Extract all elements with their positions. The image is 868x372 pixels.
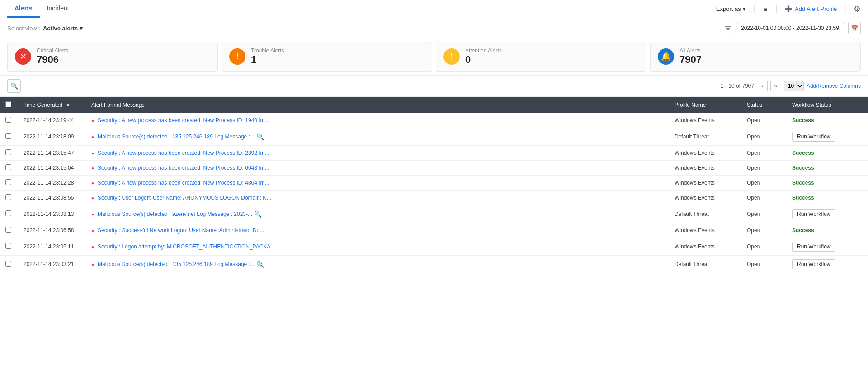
trouble-icon: ! xyxy=(229,48,245,65)
sort-icon: ▼ xyxy=(66,103,71,108)
view-label: Select view : xyxy=(7,25,40,32)
page-info: 1 - 10 of 7907 xyxy=(721,83,754,89)
trouble-value: 1 xyxy=(251,54,284,66)
critical-icon: ✕ xyxy=(15,48,31,65)
row-time: 2022-11-14 23:08:13 xyxy=(18,205,86,223)
export-label: Export as xyxy=(716,5,741,12)
row-checkbox-cell xyxy=(0,161,18,176)
date-range-input[interactable] xyxy=(737,23,845,33)
nav-tabs: Alerts Incident xyxy=(7,0,76,18)
row-profile: Windows Events xyxy=(669,113,741,128)
row-checkbox[interactable] xyxy=(5,243,11,249)
prev-page-button[interactable]: › xyxy=(757,81,768,91)
table-row: 2022-11-14 23:05:11●Security : Logon att… xyxy=(0,238,868,256)
row-message[interactable]: ●Security : Logon attempt by: MICROSOFT_… xyxy=(86,238,669,256)
row-message[interactable]: ●Security : A new process has been creat… xyxy=(86,176,669,191)
table-row: 2022-11-14 23:06:58●Security : Successfu… xyxy=(0,223,868,238)
attention-label: Attention Alerts xyxy=(465,48,502,54)
export-button[interactable]: Export as ▾ xyxy=(716,5,746,12)
row-checkbox[interactable] xyxy=(5,194,11,200)
row-status: Open xyxy=(741,238,787,256)
col-time-label: Time Generated xyxy=(24,102,62,108)
tab-alerts[interactable]: Alerts xyxy=(7,0,40,18)
row-workflow[interactable]: Run Workflow xyxy=(787,238,868,256)
table-header-row: Time Generated ▼ Alert Format Message Pr… xyxy=(0,97,868,113)
row-checkbox[interactable] xyxy=(5,210,11,216)
row-checkbox[interactable] xyxy=(5,164,11,170)
row-time: 2022-11-14 23:06:58 xyxy=(18,223,86,238)
row-checkbox[interactable] xyxy=(5,261,11,267)
row-checkbox[interactable] xyxy=(5,227,11,233)
settings-icon[interactable]: ⚙ xyxy=(854,4,861,14)
table-row: 2022-11-14 23:15:04●Security : A new pro… xyxy=(0,161,868,176)
col-header-workflow: Workflow Status xyxy=(787,97,868,113)
row-time: 2022-11-14 23:05:11 xyxy=(18,238,86,256)
row-workflow: Success xyxy=(787,113,868,128)
row-profile: Windows Events xyxy=(669,223,741,238)
add-alert-profile-button[interactable]: ➕ Add Alert Profile xyxy=(785,5,837,12)
add-remove-columns-button[interactable]: Add/Remove Columns xyxy=(807,83,861,89)
row-message[interactable]: ●Security : A new process has been creat… xyxy=(86,161,669,176)
all-label: All Alerts xyxy=(679,48,702,54)
select-all-header[interactable] xyxy=(0,97,18,113)
calendar-icon[interactable]: 📅 xyxy=(848,22,861,34)
monitor-icon-button[interactable]: 🖥 xyxy=(762,5,768,12)
row-message[interactable]: ●Malicious Source(s) detected : azenv.ne… xyxy=(86,205,669,223)
table-row: 2022-11-14 23:19:44●Security : A new pro… xyxy=(0,113,868,128)
rows-per-page-select[interactable]: 10 25 50 xyxy=(784,81,804,91)
run-workflow-button[interactable]: Run Workflow xyxy=(792,209,835,219)
row-checkbox[interactable] xyxy=(5,149,11,155)
col-header-time[interactable]: Time Generated ▼ xyxy=(18,97,86,113)
row-checkbox[interactable] xyxy=(5,179,11,185)
row-time: 2022-11-14 23:08:55 xyxy=(18,191,86,205)
severity-dot: ● xyxy=(91,134,94,139)
row-workflow[interactable]: Run Workflow xyxy=(787,205,868,223)
row-time: 2022-11-14 23:15:47 xyxy=(18,146,86,161)
separator2: | xyxy=(775,4,778,14)
all-value: 7907 xyxy=(679,54,702,66)
row-status: Open xyxy=(741,223,787,238)
alerts-table: Time Generated ▼ Alert Format Message Pr… xyxy=(0,97,868,273)
row-message[interactable]: ●Malicious Source(s) detected : 135.125.… xyxy=(86,256,669,273)
severity-dot: ● xyxy=(91,151,94,156)
row-status: Open xyxy=(741,256,787,273)
row-workflow: Success xyxy=(787,176,868,191)
row-checkbox[interactable] xyxy=(5,117,11,123)
date-filter: 📅 xyxy=(722,22,861,34)
row-status: Open xyxy=(741,161,787,176)
run-workflow-button[interactable]: Run Workflow xyxy=(792,242,835,252)
summary-cards: ✕ Critical Alerts 7906 ! Trouble Alerts … xyxy=(0,38,868,76)
row-workflow[interactable]: Run Workflow xyxy=(787,256,868,273)
row-message[interactable]: ●Security : A new process has been creat… xyxy=(86,113,669,128)
row-profile: Windows Events xyxy=(669,176,741,191)
row-checkbox-cell xyxy=(0,205,18,223)
row-workflow[interactable]: Run Workflow xyxy=(787,128,868,146)
search-bar: 🔍 1 - 10 of 7907 › » 10 25 50 Add/Remove… xyxy=(0,76,868,97)
severity-dot: ● xyxy=(91,244,94,249)
search-button[interactable]: 🔍 xyxy=(7,79,21,93)
all-alerts-card: 🔔 All Alerts 7907 xyxy=(650,42,861,72)
severity-dot: ● xyxy=(91,228,94,233)
magnify-icon[interactable]: 🔍 xyxy=(256,133,264,140)
row-message[interactable]: ●Security : A new process has been creat… xyxy=(86,146,669,161)
row-message[interactable]: ●Security : Successful Network Logon: Us… xyxy=(86,223,669,238)
filter-icon[interactable] xyxy=(722,22,734,34)
row-checkbox[interactable] xyxy=(5,133,11,139)
row-message[interactable]: ●Malicious Source(s) detected : 135.125.… xyxy=(86,128,669,146)
plus-icon: ➕ xyxy=(785,5,792,12)
monitor-icon: 🖥 xyxy=(762,5,768,12)
magnify-icon[interactable]: 🔍 xyxy=(254,210,262,218)
run-workflow-button[interactable]: Run Workflow xyxy=(792,259,835,269)
tab-incident[interactable]: Incident xyxy=(40,0,76,18)
all-icon: 🔔 xyxy=(658,48,674,65)
active-view-dropdown[interactable]: Active alerts ▾ xyxy=(43,25,83,32)
critical-content: Critical Alerts 7906 xyxy=(37,48,68,66)
last-page-button[interactable]: » xyxy=(770,81,781,91)
all-content: All Alerts 7907 xyxy=(679,48,702,66)
alert-message-text: Security : User Logoff: User Name: ANONY… xyxy=(98,195,271,201)
run-workflow-button[interactable]: Run Workflow xyxy=(792,132,835,142)
row-checkbox-cell xyxy=(0,113,18,128)
magnify-icon[interactable]: 🔍 xyxy=(256,261,264,268)
row-message[interactable]: ●Security : User Logoff: User Name: ANON… xyxy=(86,191,669,205)
select-all-checkbox[interactable] xyxy=(5,101,11,107)
